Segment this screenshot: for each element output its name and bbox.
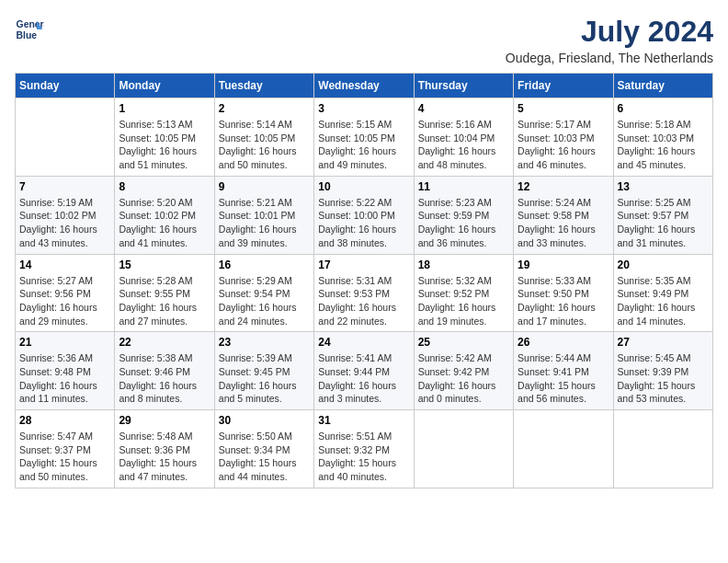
- calendar-cell: 2Sunrise: 5:14 AMSunset: 10:05 PMDayligh…: [214, 98, 313, 177]
- day-info: Sunrise: 5:13 AMSunset: 10:05 PMDaylight…: [119, 118, 210, 172]
- weekday-header-thursday: Thursday: [414, 74, 513, 98]
- calendar-cell: 30Sunrise: 5:50 AMSunset: 9:34 PMDayligh…: [214, 410, 313, 488]
- calendar-week-row: 21Sunrise: 5:36 AMSunset: 9:48 PMDayligh…: [16, 332, 713, 410]
- day-info: Sunrise: 5:39 AMSunset: 9:45 PMDaylight:…: [219, 351, 310, 406]
- calendar-cell: 14Sunrise: 5:27 AMSunset: 9:56 PMDayligh…: [16, 254, 115, 332]
- day-info: Sunrise: 5:24 AMSunset: 9:58 PMDaylight:…: [518, 196, 609, 250]
- calendar-cell: 16Sunrise: 5:29 AMSunset: 9:54 PMDayligh…: [214, 254, 313, 332]
- day-info: Sunrise: 5:21 AMSunset: 10:01 PMDaylight…: [219, 196, 310, 250]
- day-number: 31: [318, 414, 409, 427]
- day-number: 6: [618, 102, 709, 115]
- day-info: Sunrise: 5:22 AMSunset: 10:00 PMDaylight…: [318, 196, 409, 250]
- day-number: 3: [318, 102, 409, 115]
- calendar-table: SundayMondayTuesdayWednesdayThursdayFrid…: [15, 73, 713, 488]
- day-number: 22: [119, 336, 210, 349]
- day-info: Sunrise: 5:32 AMSunset: 9:52 PMDaylight:…: [418, 274, 509, 328]
- day-info: Sunrise: 5:16 AMSunset: 10:04 PMDaylight…: [418, 118, 509, 172]
- day-number: 29: [119, 414, 210, 427]
- calendar-cell: 4Sunrise: 5:16 AMSunset: 10:04 PMDayligh…: [414, 98, 513, 177]
- calendar-cell: 13Sunrise: 5:25 AMSunset: 9:57 PMDayligh…: [613, 176, 712, 254]
- calendar-cell: 8Sunrise: 5:20 AMSunset: 10:02 PMDayligh…: [115, 176, 214, 254]
- day-info: Sunrise: 5:31 AMSunset: 9:53 PMDaylight:…: [318, 274, 409, 328]
- day-info: Sunrise: 5:18 AMSunset: 10:03 PMDaylight…: [618, 118, 709, 172]
- day-number: 9: [219, 180, 310, 193]
- day-number: 21: [19, 336, 110, 349]
- day-number: 10: [318, 180, 409, 193]
- calendar-cell: 21Sunrise: 5:36 AMSunset: 9:48 PMDayligh…: [16, 332, 115, 410]
- day-number: 2: [219, 102, 310, 115]
- day-info: Sunrise: 5:48 AMSunset: 9:36 PMDaylight:…: [119, 430, 210, 484]
- weekday-header-tuesday: Tuesday: [214, 74, 313, 98]
- weekday-header-friday: Friday: [514, 74, 613, 98]
- day-info: Sunrise: 5:20 AMSunset: 10:02 PMDaylight…: [119, 196, 210, 250]
- day-number: 11: [418, 180, 509, 193]
- calendar-week-row: 7Sunrise: 5:19 AMSunset: 10:02 PMDayligh…: [16, 176, 713, 254]
- day-info: Sunrise: 5:45 AMSunset: 9:39 PMDaylight:…: [618, 351, 709, 406]
- calendar-cell: 28Sunrise: 5:47 AMSunset: 9:37 PMDayligh…: [16, 410, 115, 488]
- day-number: 25: [418, 336, 509, 349]
- day-info: Sunrise: 5:28 AMSunset: 9:55 PMDaylight:…: [119, 274, 210, 328]
- calendar-cell: 20Sunrise: 5:35 AMSunset: 9:49 PMDayligh…: [613, 254, 712, 332]
- day-info: Sunrise: 5:50 AMSunset: 9:34 PMDaylight:…: [219, 430, 310, 484]
- day-number: 5: [518, 102, 609, 115]
- day-info: Sunrise: 5:36 AMSunset: 9:48 PMDaylight:…: [19, 351, 110, 406]
- day-number: 24: [318, 336, 409, 349]
- calendar-cell: 1Sunrise: 5:13 AMSunset: 10:05 PMDayligh…: [115, 98, 214, 177]
- day-number: 30: [219, 414, 310, 427]
- calendar-cell: 26Sunrise: 5:44 AMSunset: 9:41 PMDayligh…: [514, 332, 613, 410]
- weekday-header-row: SundayMondayTuesdayWednesdayThursdayFrid…: [16, 74, 713, 98]
- calendar-cell: 15Sunrise: 5:28 AMSunset: 9:55 PMDayligh…: [115, 254, 214, 332]
- day-number: 19: [518, 259, 609, 271]
- calendar-week-row: 1Sunrise: 5:13 AMSunset: 10:05 PMDayligh…: [16, 98, 713, 177]
- calendar-cell: [514, 410, 613, 488]
- calendar-cell: [414, 410, 513, 488]
- month-year-title: July 2024: [506, 15, 713, 49]
- logo: General Blue: [15, 15, 44, 44]
- day-number: 13: [618, 180, 709, 193]
- calendar-cell: 10Sunrise: 5:22 AMSunset: 10:00 PMDaylig…: [314, 176, 414, 254]
- day-number: 14: [19, 259, 110, 271]
- day-number: 23: [219, 336, 310, 349]
- day-info: Sunrise: 5:17 AMSunset: 10:03 PMDaylight…: [518, 118, 609, 172]
- calendar-cell: 9Sunrise: 5:21 AMSunset: 10:01 PMDayligh…: [214, 176, 313, 254]
- day-number: 16: [219, 259, 310, 271]
- calendar-week-row: 14Sunrise: 5:27 AMSunset: 9:56 PMDayligh…: [16, 254, 713, 332]
- page-header: General Blue July 2024 Oudega, Friesland…: [15, 15, 713, 65]
- calendar-cell: 22Sunrise: 5:38 AMSunset: 9:46 PMDayligh…: [115, 332, 214, 410]
- day-number: 7: [19, 180, 110, 193]
- calendar-cell: 29Sunrise: 5:48 AMSunset: 9:36 PMDayligh…: [115, 410, 214, 488]
- weekday-header-saturday: Saturday: [613, 74, 712, 98]
- day-info: Sunrise: 5:25 AMSunset: 9:57 PMDaylight:…: [618, 196, 709, 250]
- calendar-cell: 11Sunrise: 5:23 AMSunset: 9:59 PMDayligh…: [414, 176, 513, 254]
- calendar-cell: 6Sunrise: 5:18 AMSunset: 10:03 PMDayligh…: [613, 98, 712, 177]
- day-info: Sunrise: 5:15 AMSunset: 10:05 PMDaylight…: [318, 118, 409, 172]
- day-info: Sunrise: 5:51 AMSunset: 9:32 PMDaylight:…: [318, 430, 409, 484]
- calendar-week-row: 28Sunrise: 5:47 AMSunset: 9:37 PMDayligh…: [16, 410, 713, 488]
- calendar-cell: 23Sunrise: 5:39 AMSunset: 9:45 PMDayligh…: [214, 332, 313, 410]
- calendar-cell: [613, 410, 712, 488]
- day-info: Sunrise: 5:38 AMSunset: 9:46 PMDaylight:…: [119, 351, 210, 406]
- calendar-cell: 31Sunrise: 5:51 AMSunset: 9:32 PMDayligh…: [314, 410, 414, 488]
- day-info: Sunrise: 5:27 AMSunset: 9:56 PMDaylight:…: [19, 274, 110, 328]
- day-info: Sunrise: 5:33 AMSunset: 9:50 PMDaylight:…: [518, 274, 609, 328]
- weekday-header-monday: Monday: [115, 74, 214, 98]
- day-info: Sunrise: 5:35 AMSunset: 9:49 PMDaylight:…: [618, 274, 709, 328]
- day-number: 15: [119, 259, 210, 271]
- day-info: Sunrise: 5:44 AMSunset: 9:41 PMDaylight:…: [518, 351, 609, 406]
- day-info: Sunrise: 5:29 AMSunset: 9:54 PMDaylight:…: [219, 274, 310, 328]
- calendar-cell: 19Sunrise: 5:33 AMSunset: 9:50 PMDayligh…: [514, 254, 613, 332]
- calendar-cell: 12Sunrise: 5:24 AMSunset: 9:58 PMDayligh…: [514, 176, 613, 254]
- day-number: 26: [518, 336, 609, 349]
- calendar-cell: 17Sunrise: 5:31 AMSunset: 9:53 PMDayligh…: [314, 254, 414, 332]
- day-number: 12: [518, 180, 609, 193]
- svg-text:Blue: Blue: [17, 30, 38, 40]
- title-section: July 2024 Oudega, Friesland, The Netherl…: [506, 15, 713, 65]
- day-info: Sunrise: 5:41 AMSunset: 9:44 PMDaylight:…: [318, 351, 409, 406]
- day-info: Sunrise: 5:47 AMSunset: 9:37 PMDaylight:…: [19, 430, 110, 484]
- day-info: Sunrise: 5:42 AMSunset: 9:42 PMDaylight:…: [418, 351, 509, 406]
- day-info: Sunrise: 5:19 AMSunset: 10:02 PMDaylight…: [19, 196, 110, 250]
- weekday-header-sunday: Sunday: [16, 74, 115, 98]
- calendar-cell: [16, 98, 115, 177]
- calendar-cell: 7Sunrise: 5:19 AMSunset: 10:02 PMDayligh…: [16, 176, 115, 254]
- day-info: Sunrise: 5:14 AMSunset: 10:05 PMDaylight…: [219, 118, 310, 172]
